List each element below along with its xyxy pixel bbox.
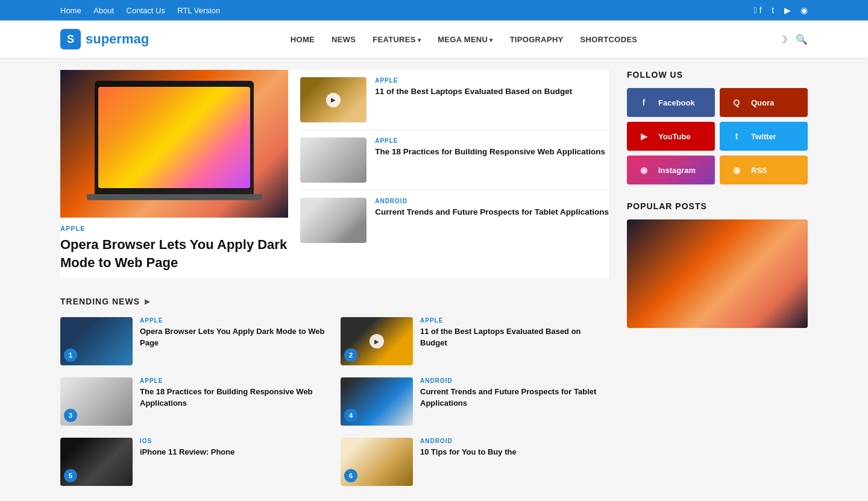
main-content: APPLE Opera Browser Lets You Apply Dark … xyxy=(51,70,817,486)
trending-content-2: APPLE 11 of the Best Laptops Evaluated B… xyxy=(420,317,609,348)
sidebar-article-1: ▶ APPLE 11 of the Best Laptops Evaluated… xyxy=(300,70,609,130)
trending-title-2: 11 of the Best Laptops Evaluated Based o… xyxy=(420,326,609,348)
article-2-category: APPLE xyxy=(375,137,609,144)
youtube-label: YouTube xyxy=(658,132,691,141)
topbar-link-contact[interactable]: Contact Us xyxy=(127,6,165,15)
trending-title: TRENDING NEWS xyxy=(60,297,140,306)
trending-item-5: 5 IOS iPhone 11 Review: Phone xyxy=(60,438,329,486)
trending-cat-3: APPLE xyxy=(140,377,329,384)
instagram-button[interactable]: ◉ Instagram xyxy=(627,156,715,184)
trending-item-1: 1 APPLE Opera Browser Lets You Apply Dar… xyxy=(60,317,329,365)
hero-main-article: APPLE Opera Browser Lets You Apply Dark … xyxy=(60,70,288,279)
topbar-youtube-icon[interactable]: ▶ xyxy=(784,5,791,15)
trending-content-3: APPLE The 18 Practices for Building Resp… xyxy=(140,377,329,408)
logo-icon: S xyxy=(60,29,81,49)
twitter-button[interactable]: t Twitter xyxy=(720,122,808,151)
rss-label: RSS xyxy=(751,166,767,175)
twitter-icon: t xyxy=(728,128,745,145)
topbar-facebook-icon[interactable]:  f xyxy=(754,5,762,15)
hero-sidebar-articles: ▶ APPLE 11 of the Best Laptops Evaluated… xyxy=(300,70,609,279)
rss-button[interactable]: ◉ RSS xyxy=(720,156,808,184)
hero-category: APPLE xyxy=(60,225,288,232)
play-button-2[interactable]: ▶ xyxy=(370,334,384,348)
nav-mega-menu[interactable]: MEGA MENU xyxy=(430,31,500,48)
nav-news[interactable]: NEWS xyxy=(324,31,363,48)
instagram-label: Instagram xyxy=(658,166,696,175)
trending-img-2: 2 ▶ xyxy=(341,317,413,365)
popular-posts-title: POPULAR POSTS xyxy=(627,201,808,211)
main-nav: HOME NEWS FEATURES MEGA MENU TIPOGRAPHY … xyxy=(283,31,645,48)
trending-img-5: 5 xyxy=(60,438,133,486)
sidebar-article-3: ANDROID Current Trends and Future Prospe… xyxy=(300,191,609,250)
trending-title-3: The 18 Practices for Building Responsive… xyxy=(140,386,329,408)
trending-content-4: ANDROID Current Trends and Future Prospe… xyxy=(420,377,609,408)
youtube-button[interactable]: ▶ YouTube xyxy=(627,122,715,151)
logo[interactable]: S supermag xyxy=(60,29,149,49)
article-1-content: APPLE 11 of the Best Laptops Evaluated B… xyxy=(375,77,609,98)
logo-text: supermag xyxy=(86,31,149,47)
trending-cat-4: ANDROID xyxy=(420,377,609,384)
nav-shortcodes[interactable]: SHORTCODES xyxy=(573,31,645,48)
trending-content-1: APPLE Opera Browser Lets You Apply Dark … xyxy=(140,317,329,348)
nav-home[interactable]: HOME xyxy=(283,31,322,48)
popular-posts-section: POPULAR POSTS xyxy=(627,201,808,328)
topbar-twitter-icon[interactable]: t xyxy=(772,5,774,15)
article-3-category: ANDROID xyxy=(375,198,609,204)
article-1-image: ▶ xyxy=(300,77,366,122)
trending-grid: 1 APPLE Opera Browser Lets You Apply Dar… xyxy=(60,317,609,486)
trending-title-4: Current Trends and Future Prospects for … xyxy=(420,386,609,408)
quora-button[interactable]: Q Quora xyxy=(720,88,808,117)
topbar-social:  f t ▶ ◉ xyxy=(747,5,808,16)
play-button-1[interactable]: ▶ xyxy=(326,93,341,107)
right-sidebar: FOLLOW US f Facebook Q Quora ▶ YouTube t… xyxy=(627,70,808,486)
hero-main-image xyxy=(60,70,288,218)
trending-item-2: 2 ▶ APPLE 11 of the Best Laptops Evaluat… xyxy=(341,317,609,365)
article-2-content: APPLE The 18 Practices for Building Resp… xyxy=(375,137,609,158)
content-area: APPLE Opera Browser Lets You Apply Dark … xyxy=(60,70,609,486)
topbar-link-rtl[interactable]: RTL Version xyxy=(177,6,220,15)
trending-cat-5: IOS xyxy=(140,438,329,444)
trending-content-5: IOS iPhone 11 Review: Phone xyxy=(140,438,329,458)
header-icons: ☽ 🔍 xyxy=(779,34,808,45)
trending-img-6: 6 xyxy=(341,438,413,486)
trending-img-4: 4 xyxy=(341,377,413,426)
facebook-label: Facebook xyxy=(658,98,695,107)
article-2-title: The 18 Practices for Building Responsive… xyxy=(375,147,609,158)
article-3-content: ANDROID Current Trends and Future Prospe… xyxy=(375,198,609,218)
follow-us-section: FOLLOW US f Facebook Q Quora ▶ YouTube t… xyxy=(627,70,808,184)
trending-cat-1: APPLE xyxy=(140,317,329,324)
twitter-label: Twitter xyxy=(751,132,776,141)
article-2-image xyxy=(300,137,366,183)
popular-posts-image xyxy=(627,219,808,328)
trending-title-5: iPhone 11 Review: Phone xyxy=(140,447,329,458)
trending-header: TRENDING NEWS ▶ xyxy=(60,297,609,306)
hero-main-title: Opera Browser Lets You Apply Dark Mode t… xyxy=(60,236,288,271)
article-1-title: 11 of the Best Laptops Evaluated Based o… xyxy=(375,86,609,98)
topbar-rss-icon[interactable]: ◉ xyxy=(800,5,808,15)
header: S supermag HOME NEWS FEATURES MEGA MENU … xyxy=(0,20,868,58)
topbar-link-home[interactable]: Home xyxy=(60,6,81,15)
rss-icon: ◉ xyxy=(728,162,745,178)
topbar-link-about[interactable]: About xyxy=(93,6,114,15)
search-icon[interactable]: 🔍 xyxy=(796,34,808,45)
article-3-title: Current Trends and Future Prospects for … xyxy=(375,207,609,218)
dark-mode-icon[interactable]: ☽ xyxy=(779,34,787,45)
quora-label: Quora xyxy=(751,98,774,107)
facebook-button[interactable]: f Facebook xyxy=(627,88,715,117)
nav-features[interactable]: FEATURES xyxy=(365,31,428,48)
follow-us-title: FOLLOW US xyxy=(627,70,808,80)
trending-img-3: 3 xyxy=(60,377,133,426)
facebook-icon: f xyxy=(635,94,652,111)
trending-title-1: Opera Browser Lets You Apply Dark Mode t… xyxy=(140,326,329,348)
article-1-category: APPLE xyxy=(375,77,609,84)
trending-cat-2: APPLE xyxy=(420,317,609,324)
trending-item-4: 4 ANDROID Current Trends and Future Pros… xyxy=(341,377,609,426)
trending-item-6: 6 ANDROID 10 Tips for You to Buy the xyxy=(341,438,609,486)
topbar-links: Home About Contact Us RTL Version xyxy=(60,5,230,16)
hero-section: APPLE Opera Browser Lets You Apply Dark … xyxy=(60,70,609,279)
trending-title-6: 10 Tips for You to Buy the xyxy=(420,447,609,458)
instagram-icon: ◉ xyxy=(635,162,652,178)
hero-main-info: APPLE Opera Browser Lets You Apply Dark … xyxy=(60,218,288,279)
nav-tipography[interactable]: TIPOGRAPHY xyxy=(503,31,571,48)
social-grid: f Facebook Q Quora ▶ YouTube t Twitter ◉ xyxy=(627,88,808,184)
